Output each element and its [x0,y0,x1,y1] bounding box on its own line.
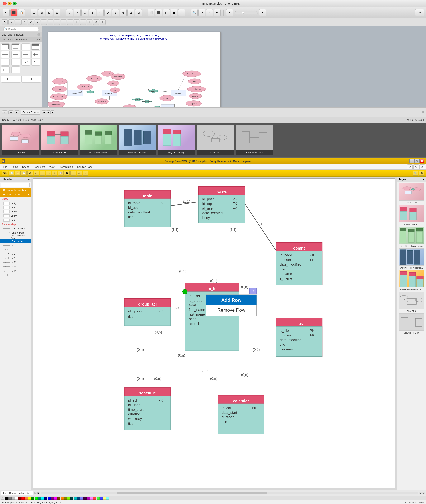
subtool-group3[interactable]: ⊢ [67,19,73,25]
win-icon-1[interactable]: ◁ [407,164,412,170]
color-red[interactable] [21,497,25,500]
win-tab-entity-rel[interactable]: Entity-Relationship Mo... (5/7) [1,491,33,495]
toolbar-icon-17[interactable]: ⊟ [135,9,142,16]
color-pink[interactable] [90,497,93,500]
win-entity-1[interactable]: Entity [0,201,31,205]
toolbar-icon-13[interactable]: ⊕ [104,9,111,16]
color-dark-teal[interactable] [71,497,73,500]
color-dark-purple[interactable] [84,497,86,500]
toolbar-icon-1[interactable]: ↩ [3,9,10,16]
color-teal[interactable] [38,497,41,500]
win-rel-11-1[interactable]: 1:1 [0,273,31,277]
toolbar-icon-24[interactable]: ↺ [199,9,205,16]
color-black[interactable] [5,497,8,500]
page-thumb-crowsfoot2[interactable] [399,313,424,331]
win-rel-zero-one[interactable]: Zero or One [0,239,31,243]
color-dark-green[interactable] [31,497,34,500]
toolbar-icon-7[interactable]: ⊠ [54,9,60,16]
win-close-button[interactable]: ✕ [419,159,424,163]
win-rel-mm-2[interactable]: M:M [0,264,31,269]
zoom-select[interactable]: Custom 31% [21,110,40,114]
win-tb-paste[interactable]: 📋 [58,171,64,176]
win-rel-one-only[interactable]: One and only One [0,235,31,239]
win-search-input[interactable] [1,183,29,187]
minimize-button[interactable]: − [8,2,12,5]
win-tb-search[interactable]: 🔍 [413,171,418,176]
thumbnail-wordpress-erd[interactable]: WordPress file-refe... [119,125,156,156]
win-tb-bold[interactable]: B [64,171,70,176]
subtool-curve[interactable]: ∿ [35,19,40,25]
win-minimize-button[interactable]: − [410,159,414,163]
menu-shape[interactable]: Shape [20,165,31,169]
menu-document[interactable]: Document [32,165,47,169]
color-salmon[interactable] [93,497,96,500]
shape-crow-zero-one[interactable] [21,51,30,58]
page-thumb-wordpress[interactable] [399,248,424,266]
subtool-group5[interactable]: ⋯ [80,19,86,25]
view-mode-2[interactable]: ▣ [46,110,50,114]
color-steel[interactable] [77,497,80,500]
shape-crow-mand-one[interactable] [11,59,20,66]
thumbnail-students-erd[interactable]: ERD - Students and ... [80,125,117,156]
library-settings-icon[interactable]: ⚙ [36,38,38,41]
color-brown[interactable] [57,497,60,500]
color-light-yellow[interactable] [103,497,106,500]
toolbar-icon-4[interactable]: ⊞ [30,9,37,16]
win-scroll-right[interactable]: ▶ [422,492,425,494]
view-mode-1[interactable]: ▣ [42,110,46,114]
color-light-green[interactable] [97,497,99,500]
toolbar-icon-6[interactable]: ⊟ [46,9,53,16]
zoom-slider[interactable] [235,11,258,14]
shape-crow-custom[interactable] [31,59,40,66]
shape-crow-pair1[interactable] [1,66,10,73]
library-crowsfoot-header[interactable]: ERD, crow's foot notation ⚙ ✕ [0,37,42,42]
color-blue[interactable] [48,497,51,500]
win-entity-3[interactable]: Entity [0,210,31,214]
color-cyan[interactable] [41,497,44,500]
color-navy[interactable] [44,497,47,500]
toolbar-icon-16[interactable]: ⊞ [128,9,134,16]
subtool-connector[interactable]: ⊣ [48,19,53,25]
subtool-diamond[interactable]: ◇ [21,19,27,25]
library-crowsfoot-close[interactable]: ✕ [39,38,41,41]
color-medium-cyan[interactable] [74,497,77,500]
win-entity-category[interactable]: Entity [0,197,31,201]
toolbar-icon-22[interactable]: ⬚ [178,9,185,16]
toolbar-icon-5[interactable]: ⊡ [38,9,45,16]
thumbnail-entity-relationship[interactable]: Entity-Relationship... [158,125,195,156]
win-rel-m1-1[interactable]: M:1 [0,243,31,248]
toolbar-icon-11[interactable]: ⊗ [89,9,96,16]
win-entity-5[interactable]: Entity [0,218,31,222]
win-icon-3[interactable]: ⊙ [419,164,425,170]
win-rel-m1-2[interactable]: M:1 [0,248,31,252]
win-tb-new[interactable]: 📄 [9,171,14,176]
page-thumb-chens[interactable] [399,183,424,201]
win-tab-next[interactable]: ▶ [37,492,40,494]
win-tab-prev[interactable]: ◀ [34,492,37,494]
win-tb-align[interactable]: ≡ [83,171,88,176]
play-prev-button[interactable]: ◀ [8,110,13,114]
shape-entity-rect[interactable] [1,43,10,50]
color-orange2[interactable] [61,497,64,500]
win-rel-m1-4[interactable]: M:1 [0,256,31,260]
win-entity-2[interactable]: Entity [0,205,31,210]
toolbar-icon-21[interactable]: ◼ [170,9,178,16]
toolbar-icon-12[interactable]: ⋯ [97,9,104,16]
win-rel-mm-3[interactable]: M:M [0,269,31,273]
toolbar-icon-19[interactable]: ⬛ [155,9,162,16]
shape-entity-wide[interactable] [21,43,30,50]
subtool-group4[interactable]: ⊤ [74,19,79,25]
color-yellow-green[interactable] [67,497,70,500]
toolbar-icon-20[interactable]: ◻ [163,9,170,16]
shape-join-left[interactable] [1,76,21,83]
subtool-zoom-fit[interactable]: ⊕ [93,19,99,25]
menu-file[interactable]: File [1,165,9,169]
shape-join-right[interactable] [21,76,41,83]
library-chen-header[interactable]: ERD, Chen's notation ✕ [0,32,42,37]
color-silver[interactable] [12,497,15,500]
page-thumb-chen[interactable] [399,292,424,309]
shape-crow-pair2[interactable] [11,66,20,73]
win-lib-crowsfoot-close[interactable]: ✕ [28,189,29,191]
win-lib-chen[interactable]: ERD, Chen's notation ✕ [0,192,31,197]
win-icon-2[interactable]: ▷ [413,164,419,170]
